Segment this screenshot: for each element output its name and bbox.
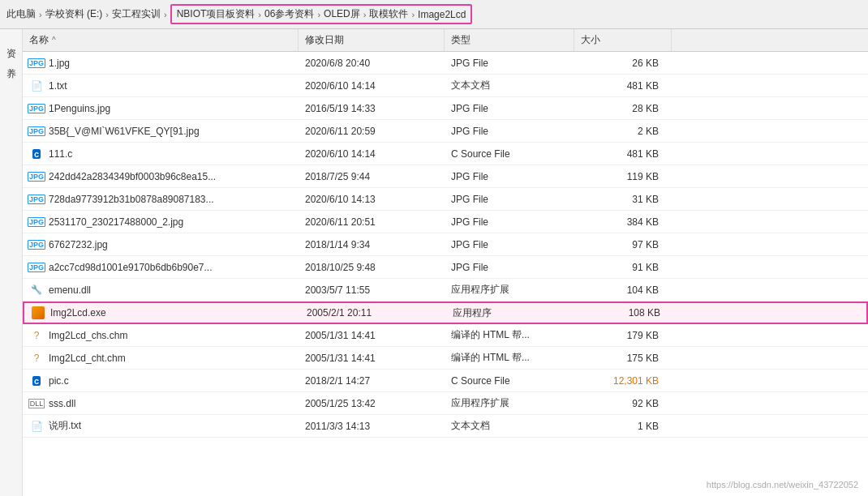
file-type: 文本文档 <box>445 79 574 92</box>
file-modified: 2018/1/14 9:34 <box>299 239 445 250</box>
file-modified: 2018/7/25 9:44 <box>299 171 445 182</box>
file-name-cell: DLL sss.dll <box>23 396 299 411</box>
file-size: 91 KB <box>574 262 672 273</box>
c-icon: c <box>29 147 44 161</box>
file-modified: 2003/5/7 11:55 <box>299 284 445 296</box>
jpg-icon: JPG <box>29 56 44 71</box>
breadcrumb-sep-4: › <box>258 10 261 19</box>
breadcrumb-oled[interactable]: OLED屏 <box>324 7 360 21</box>
file-type: JPG File <box>445 239 574 250</box>
sort-arrow-icon: ^ <box>52 36 56 45</box>
file-modified: 2005/2/1 20:11 <box>300 307 446 319</box>
file-name-cell: JPG 67627232.jpg <box>23 237 299 252</box>
file-type: JPG File <box>445 262 574 273</box>
file-type: 应用程序扩展 <box>445 396 574 410</box>
chm-icon: ? <box>29 328 44 343</box>
file-modified: 2005/1/31 14:41 <box>299 353 445 364</box>
file-name: pic.c <box>49 375 69 387</box>
file-modified: 2016/5/19 14:33 <box>299 103 445 114</box>
column-header-row: 名称 ^ 修改日期 类型 大小 <box>23 29 868 52</box>
table-row[interactable]: JPG 1.jpg 2020/6/8 20:40 JPG File 26 KB <box>23 52 868 75</box>
breadcrumb-nbiot[interactable]: NBIOT项目板资料 <box>177 7 256 21</box>
breadcrumb-ref[interactable]: 06参考资料 <box>264 7 314 21</box>
table-row[interactable]: 📄 说明.txt 2011/3/3 14:13 文本文档 1 KB <box>23 415 868 438</box>
file-size: 481 KB <box>574 148 672 160</box>
file-name: 67627232.jpg <box>49 239 108 250</box>
sidebar-label-resources[interactable]: 资 <box>2 37 19 44</box>
left-sidebar: 资 养 <box>0 29 23 496</box>
breadcrumb-sep-2: › <box>105 10 109 19</box>
file-name: 242dd42a2834349bf0003b96c8ea15... <box>49 171 216 182</box>
file-type: 文本文档 <box>445 419 574 433</box>
table-row[interactable]: JPG 35B{_V@MI`W61VFKE_QY[91.jpg 2020/6/1… <box>23 120 868 143</box>
file-modified: 2005/1/31 14:41 <box>299 330 445 341</box>
breadcrumb-modsoft[interactable]: 取模软件 <box>369 7 408 21</box>
file-name: 111.c <box>49 148 72 160</box>
file-name-cell: JPG 2531170_230217488000_2.jpg <box>23 215 299 229</box>
table-row[interactable]: JPG 1Penguins.jpg 2016/5/19 14:33 JPG Fi… <box>23 97 868 120</box>
file-name-cell: 📄 1.txt <box>23 79 299 93</box>
col-header-type[interactable]: 类型 <box>445 29 574 51</box>
file-name-cell: c pic.c <box>23 374 299 388</box>
file-size: 92 KB <box>574 398 672 409</box>
file-type: 编译的 HTML 帮... <box>445 351 574 365</box>
breadcrumb-this-pc[interactable]: 此电脑 <box>6 7 36 21</box>
breadcrumb-image2lcd[interactable]: Image2Lcd <box>418 9 466 20</box>
breadcrumb-school[interactable]: 学校资料 (E:) <box>45 7 103 21</box>
table-row[interactable]: c pic.c 2018/2/1 14:27 C Source File 12,… <box>23 370 868 392</box>
table-row[interactable]: ? Img2Lcd_chs.chm 2005/1/31 14:41 编译的 HT… <box>23 324 868 347</box>
table-row[interactable]: JPG 242dd42a2834349bf0003b96c8ea15... 20… <box>23 165 868 188</box>
file-modified: 2020/6/10 14:14 <box>299 80 445 92</box>
table-row[interactable]: 🔧 emenu.dll 2003/5/7 11:55 应用程序扩展 104 KB <box>23 279 868 301</box>
table-row[interactable]: JPG a2cc7cd98d1001e9170b6db6b90e7... 201… <box>23 256 868 279</box>
file-size: 28 KB <box>574 103 672 114</box>
file-list-container[interactable]: 名称 ^ 修改日期 类型 大小 JPG 1.jpg 2020/6/8 20:40… <box>23 29 868 496</box>
col-header-modified[interactable]: 修改日期 <box>299 29 445 51</box>
file-type: JPG File <box>445 126 574 137</box>
table-row[interactable]: JPG 728da9773912b31b0878a89087183... 202… <box>23 188 868 211</box>
file-name-cell: JPG 1Penguins.jpg <box>23 101 299 116</box>
file-modified: 2011/3/3 14:13 <box>299 421 445 432</box>
file-size: 31 KB <box>574 194 672 205</box>
breadcrumb-sep-6: › <box>363 10 367 19</box>
table-row[interactable]: ? Img2Lcd_cht.chm 2005/1/31 14:41 编译的 HT… <box>23 347 868 370</box>
sidebar-label-nutrition[interactable]: 养 <box>2 57 19 63</box>
table-row[interactable]: JPG 2531170_230217488000_2.jpg 2020/6/11… <box>23 211 868 233</box>
exe-icon <box>31 306 45 320</box>
table-row[interactable]: Img2Lcd.exe 2005/2/1 20:11 应用程序 108 KB <box>23 301 868 324</box>
file-name: 728da9773912b31b0878a89087183... <box>49 194 214 205</box>
file-type: JPG File <box>445 194 574 205</box>
table-row[interactable]: JPG 67627232.jpg 2018/1/14 9:34 JPG File… <box>23 233 868 256</box>
jpg-icon: JPG <box>29 237 44 252</box>
file-name: 2531170_230217488000_2.jpg <box>49 216 183 228</box>
col-header-size[interactable]: 大小 <box>574 29 672 51</box>
table-row[interactable]: c 111.c 2020/6/10 14:14 C Source File 48… <box>23 143 868 165</box>
file-name-cell: JPG 242dd42a2834349bf0003b96c8ea15... <box>23 169 299 184</box>
file-name-cell: JPG a2cc7cd98d1001e9170b6db6b90e7... <box>23 260 299 275</box>
file-type: 应用程序 <box>446 306 576 320</box>
txt-icon: 📄 <box>29 419 44 434</box>
file-type: JPG File <box>445 103 574 114</box>
chm-icon: ? <box>29 351 44 366</box>
file-name-cell: ? Img2Lcd_cht.chm <box>23 351 299 366</box>
file-name: a2cc7cd98d1001e9170b6db6b90e7... <box>49 262 213 273</box>
breadcrumb-bar: 此电脑 › 学校资料 (E:) › 安工程实训 › NBIOT项目板资料 › 0… <box>0 0 868 29</box>
file-name: Img2Lcd_cht.chm <box>49 353 126 364</box>
file-type: 编译的 HTML 帮... <box>445 328 574 342</box>
table-row[interactable]: 📄 1.txt 2020/6/10 14:14 文本文档 481 KB <box>23 75 868 97</box>
file-size: 12,301 KB <box>574 375 672 387</box>
breadcrumb-sep-3: › <box>164 10 167 19</box>
file-name-cell: JPG 35B{_V@MI`W61VFKE_QY[91.jpg <box>23 124 299 139</box>
breadcrumb-sep-7: › <box>411 10 415 19</box>
table-row[interactable]: DLL sss.dll 2005/1/25 13:42 应用程序扩展 92 KB <box>23 392 868 415</box>
file-name-cell: c 111.c <box>23 147 299 161</box>
file-name: 35B{_V@MI`W61VFKE_QY[91.jpg <box>49 126 200 137</box>
file-size: 2 KB <box>574 126 672 137</box>
file-name-cell: Img2Lcd.exe <box>24 306 300 320</box>
file-type: C Source File <box>445 375 574 387</box>
file-name-cell: JPG 728da9773912b31b0878a89087183... <box>23 192 299 207</box>
col-header-name[interactable]: 名称 ^ <box>23 29 299 51</box>
file-name: 说明.txt <box>49 419 81 433</box>
jpg-icon: JPG <box>29 124 44 139</box>
breadcrumb-training[interactable]: 安工程实训 <box>112 7 161 21</box>
